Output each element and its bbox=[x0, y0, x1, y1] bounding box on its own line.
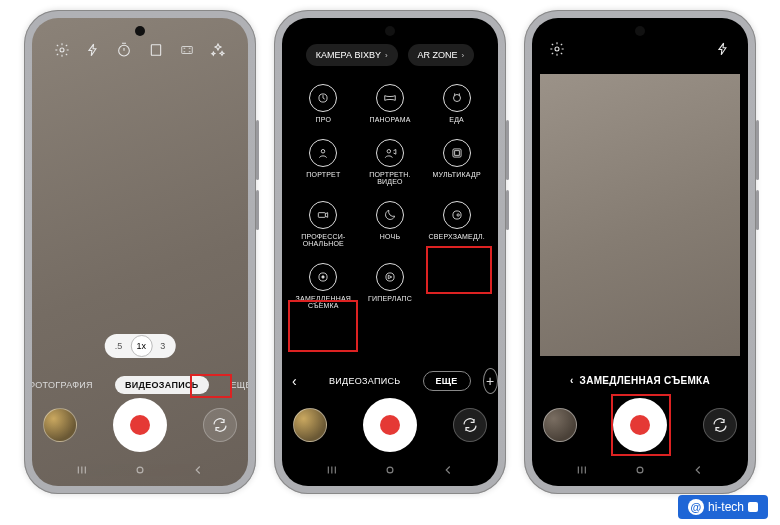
mode-heading[interactable]: ‹ ЗАМЕДЛЕННАЯ СЪЕМКА bbox=[532, 375, 748, 386]
mode-more[interactable]: ЕЩЕ bbox=[221, 376, 249, 394]
svg-point-13 bbox=[457, 214, 459, 216]
volume-rocker bbox=[506, 120, 509, 180]
screen-1: .5 1x 3 ФОТОГРАФИЯ ВИДЕОЗАПИСЬ ЕЩЕ bbox=[32, 18, 248, 486]
camera-bottom-bar bbox=[282, 398, 498, 452]
nav-recents-icon[interactable] bbox=[76, 463, 90, 477]
mode-selector[interactable]: ФОТОГРАФИЯ ВИДЕОЗАПИСЬ ЕЩЕ bbox=[32, 376, 248, 394]
mode-video[interactable]: ВИДЕОЗАПИСЬ bbox=[319, 372, 411, 390]
chevron-right-icon: › bbox=[462, 51, 465, 60]
mode-label: ПОРТРЕТ bbox=[306, 171, 340, 178]
filters-icon[interactable] bbox=[209, 41, 227, 59]
svg-rect-2 bbox=[151, 45, 160, 56]
record-dot-icon bbox=[130, 415, 150, 435]
nav-home-icon[interactable] bbox=[133, 463, 147, 477]
zoom-wide[interactable]: .5 bbox=[115, 341, 123, 351]
mode-hyperlapse[interactable]: ГИПЕРЛАПС bbox=[357, 259, 424, 313]
gallery-thumbnail[interactable] bbox=[543, 408, 577, 442]
nav-home-icon[interactable] bbox=[383, 463, 397, 477]
svg-rect-11 bbox=[319, 213, 326, 218]
gallery-thumbnail[interactable] bbox=[43, 408, 77, 442]
mode-label: ПРО bbox=[316, 116, 332, 123]
svg-point-18 bbox=[555, 47, 559, 51]
mode-portrait[interactable]: ПОРТРЕТ bbox=[290, 135, 357, 189]
record-button[interactable] bbox=[613, 398, 667, 452]
super-slowmo-icon bbox=[443, 201, 471, 229]
nav-back-icon[interactable] bbox=[191, 463, 205, 477]
screen-2: КАМЕРА BIXBY › AR ZONE › ПРО ПАНОРАМА ЕД… bbox=[282, 18, 498, 486]
night-icon bbox=[376, 201, 404, 229]
svg-rect-10 bbox=[454, 151, 459, 156]
nav-back-icon[interactable] bbox=[441, 463, 455, 477]
flash-icon[interactable] bbox=[84, 41, 102, 59]
mode-pro-video[interactable]: ПРОФЕССИ- ОНАЛЬНОЕ bbox=[290, 197, 357, 251]
nav-back-icon[interactable] bbox=[691, 463, 705, 477]
bixby-label: КАМЕРА BIXBY bbox=[316, 50, 381, 60]
mode-photo[interactable]: ФОТОГРАФИЯ bbox=[32, 376, 103, 394]
android-nav-bar bbox=[532, 460, 748, 480]
svg-point-15 bbox=[322, 276, 324, 278]
mode-back[interactable]: ‹ bbox=[282, 369, 307, 393]
mode-label: МУЛЬТИКАДР bbox=[433, 171, 481, 178]
ratio-icon[interactable] bbox=[147, 41, 165, 59]
nav-recents-icon[interactable] bbox=[326, 463, 340, 477]
mode-label: ПОРТРЕТН. ВИДЕО bbox=[359, 171, 422, 185]
mode-more-active[interactable]: ЕЩЕ bbox=[423, 371, 471, 391]
zoom-tele[interactable]: 3 bbox=[160, 341, 165, 351]
mode-title: ЗАМЕДЛЕННАЯ СЪЕМКА bbox=[580, 375, 710, 386]
gallery-thumbnail[interactable] bbox=[293, 408, 327, 442]
camera-bottom-bar bbox=[32, 398, 248, 452]
top-pill-row: КАМЕРА BIXBY › AR ZONE › bbox=[282, 44, 498, 66]
panorama-icon bbox=[376, 84, 404, 112]
portrait-icon bbox=[309, 139, 337, 167]
switch-camera-button[interactable] bbox=[453, 408, 487, 442]
phone-frame-2: КАМЕРА BIXBY › AR ZONE › ПРО ПАНОРАМА ЕД… bbox=[274, 10, 506, 494]
phone-frame-3: ‹ ЗАМЕДЛЕННАЯ СЪЕМКА bbox=[524, 10, 756, 494]
zoom-1x[interactable]: 1x bbox=[130, 335, 152, 357]
volume-rocker bbox=[756, 120, 759, 180]
mode-single-take[interactable]: МУЛЬТИКАДР bbox=[423, 135, 490, 189]
mode-label: СВЕРХЗАМЕДЛ. bbox=[428, 233, 484, 240]
mode-night[interactable]: НОЧЬ bbox=[357, 197, 424, 251]
volume-rocker bbox=[256, 120, 259, 180]
record-button[interactable] bbox=[363, 398, 417, 452]
pro-video-icon bbox=[309, 201, 337, 229]
svg-point-19 bbox=[637, 467, 643, 473]
nav-home-icon[interactable] bbox=[633, 463, 647, 477]
flash-icon[interactable] bbox=[714, 40, 732, 58]
zoom-selector[interactable]: .5 1x 3 bbox=[105, 334, 176, 358]
bixby-camera-button[interactable]: КАМЕРА BIXBY › bbox=[306, 44, 398, 66]
phone-frame-1: .5 1x 3 ФОТОГРАФИЯ ВИДЕОЗАПИСЬ ЕЩЕ bbox=[24, 10, 256, 494]
nav-recents-icon[interactable] bbox=[576, 463, 590, 477]
resolution-icon[interactable] bbox=[178, 41, 196, 59]
timer-icon[interactable] bbox=[115, 41, 133, 59]
front-camera bbox=[385, 26, 395, 36]
settings-icon[interactable] bbox=[53, 41, 71, 59]
watermark-text: hi-tech bbox=[708, 500, 744, 514]
mode-slowmo[interactable]: ЗАМЕДЛЕННАЯ СЪЕМКА bbox=[290, 259, 357, 313]
svg-point-7 bbox=[322, 150, 326, 154]
svg-point-0 bbox=[60, 48, 64, 52]
mode-panorama[interactable]: ПАНОРАМА bbox=[357, 80, 424, 127]
mode-portrait-video[interactable]: ПОРТРЕТН. ВИДЕО bbox=[357, 135, 424, 189]
camera-bottom-bar bbox=[532, 398, 748, 452]
mode-video-active[interactable]: ВИДЕОЗАПИСЬ bbox=[115, 376, 209, 394]
watermark-badge: @ hi-tech bbox=[678, 495, 768, 519]
front-camera bbox=[635, 26, 645, 36]
switch-camera-button[interactable] bbox=[703, 408, 737, 442]
settings-icon[interactable] bbox=[548, 40, 566, 58]
watermark-square-icon bbox=[748, 502, 758, 512]
viewfinder[interactable] bbox=[540, 74, 740, 356]
mode-food[interactable]: ЕДА bbox=[423, 80, 490, 127]
switch-camera-button[interactable] bbox=[203, 408, 237, 442]
svg-point-16 bbox=[386, 273, 394, 281]
chevron-left-icon: ‹ bbox=[570, 375, 574, 386]
power-button bbox=[756, 190, 759, 230]
mode-selector[interactable]: ‹ ВИДЕОЗАПИСЬ ЕЩЕ + bbox=[282, 368, 498, 394]
mode-pro[interactable]: ПРО bbox=[290, 80, 357, 127]
front-camera bbox=[135, 26, 145, 36]
mode-label: ГИПЕРЛАПС bbox=[368, 295, 412, 302]
ar-zone-button[interactable]: AR ZONE › bbox=[408, 44, 475, 66]
record-button[interactable] bbox=[113, 398, 167, 452]
mode-super-slowmo[interactable]: СВЕРХЗАМЕДЛ. bbox=[423, 197, 490, 251]
add-mode-button[interactable]: + bbox=[483, 368, 498, 394]
